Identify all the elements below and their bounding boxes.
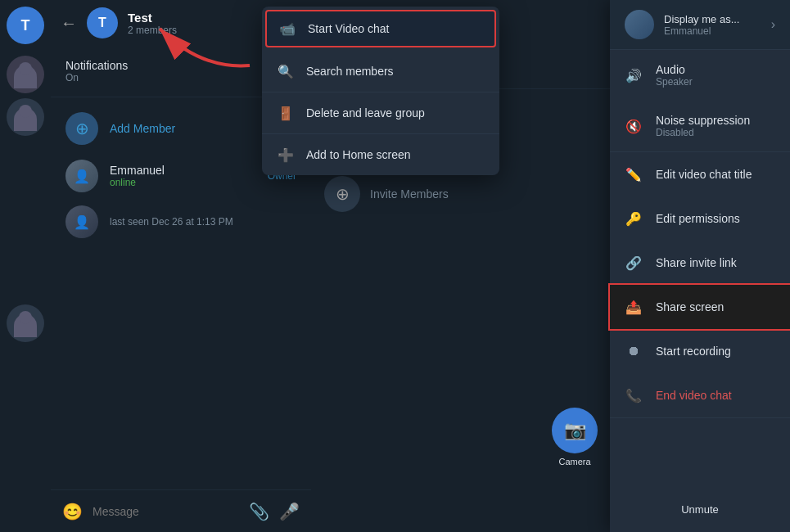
- ctx-invite-label: Share invite link: [656, 256, 737, 269]
- member-info-1: Emmanuel online: [110, 164, 256, 188]
- dropdown-item-video-chat[interactable]: 📹 Start Video chat: [265, 10, 496, 47]
- ctx-item-end-video[interactable]: 📞 End video chat: [610, 373, 790, 417]
- ctx-item-edit-title[interactable]: ✏️ Edit video chat title: [610, 152, 790, 196]
- sidebar: T: [0, 0, 51, 532]
- camera-label: Camera: [558, 457, 590, 467]
- record-icon: ⏺: [625, 342, 643, 360]
- member-row-2: 👤 last seen Dec 26 at 1:13 PM: [51, 199, 311, 245]
- member-avatar-1: 👤: [65, 160, 98, 192]
- ctx-item-share-screen[interactable]: 📤 Share screen: [610, 285, 790, 329]
- ctx-item-record[interactable]: ⏺ Start recording: [610, 329, 790, 373]
- sidebar-avatar-1[interactable]: [7, 56, 44, 93]
- member-name-1: Emmanuel: [110, 164, 256, 177]
- group-subtitle: 2 members: [128, 25, 275, 36]
- ctx-share-screen-label: Share screen: [656, 300, 724, 313]
- ctx-item-audio[interactable]: 🔊 Audio Speaker: [610, 50, 790, 101]
- invite-icon: ⊕: [324, 176, 360, 212]
- ctx-noise-sub: Disabled: [656, 127, 750, 138]
- share-screen-icon: 📤: [625, 298, 643, 316]
- camera-area: 📷 Camera: [552, 408, 598, 467]
- display-title: Display me as...: [664, 13, 761, 25]
- dropdown-item-search[interactable]: 🔍 Search members: [262, 51, 499, 92]
- member-info-2: last seen Dec 26 at 1:13 PM: [110, 216, 296, 228]
- leave-group-icon: 🚪: [277, 104, 295, 122]
- ctx-divider-bottom: [610, 417, 790, 418]
- ctx-edit-title-label: Edit video chat title: [656, 168, 752, 181]
- camera-button[interactable]: 📷: [552, 408, 598, 453]
- member-status-1: online: [110, 177, 256, 188]
- share-link-icon: 🔗: [625, 254, 643, 272]
- group-info: Test 2 members: [128, 11, 275, 36]
- attach-button[interactable]: 📎: [249, 502, 269, 521]
- dropdown-menu: 📹 Start Video chat 🔍 Search members 🚪 De…: [262, 7, 499, 175]
- audio-icon: 🔊: [625, 66, 643, 84]
- dropdown-leave-label: Delete and leave group: [306, 106, 425, 119]
- emoji-button[interactable]: 😊: [62, 502, 83, 521]
- add-member-icon: ⊕: [65, 112, 98, 145]
- dropdown-search-label: Search members: [306, 65, 394, 78]
- display-chevron-icon: ›: [771, 17, 775, 32]
- message-bar: 😊 📎 🎤: [51, 489, 311, 532]
- add-member-label: Add Member: [110, 122, 175, 135]
- invite-label: Invite Members: [370, 187, 449, 201]
- dropdown-video-chat-label: Start Video chat: [308, 22, 389, 35]
- ctx-edit-perms-label: Edit permissions: [656, 212, 740, 225]
- ctx-end-video-label: End video chat: [656, 389, 732, 402]
- video-chat-icon: 📹: [278, 20, 296, 38]
- display-info: Display me as... Emmanuel: [664, 13, 761, 37]
- dropdown-item-home[interactable]: ➕ Add to Home screen: [262, 134, 499, 175]
- display-name: Emmanuel: [664, 25, 761, 37]
- unmute-area: Unmute: [610, 495, 790, 524]
- member-status-2: last seen Dec 26 at 1:13 PM: [110, 216, 296, 228]
- ctx-noise-label: Noise suppression: [656, 114, 750, 127]
- ctx-item-noise[interactable]: 🔇 Noise suppression Disabled: [610, 101, 790, 151]
- edit-title-icon: ✏️: [625, 165, 643, 183]
- message-input[interactable]: [93, 505, 239, 518]
- sidebar-avatar-3[interactable]: [7, 304, 44, 342]
- search-members-icon: 🔍: [277, 62, 295, 80]
- ctx-item-edit-perms[interactable]: 🔑 Edit permissions: [610, 196, 790, 241]
- display-me-box[interactable]: Display me as... Emmanuel ›: [610, 0, 790, 49]
- notifications-label: Notifications: [65, 59, 128, 72]
- back-button[interactable]: ←: [61, 14, 77, 33]
- sidebar-avatar-t[interactable]: T: [7, 7, 44, 44]
- group-title: Test: [128, 11, 275, 25]
- right-context-menu: Display me as... Emmanuel › 🔊 Audio Spea…: [610, 0, 790, 532]
- dropdown-home-label: Add to Home screen: [306, 148, 411, 161]
- ctx-audio-sub: Speaker: [656, 76, 693, 88]
- mic-button[interactable]: 🎤: [279, 502, 300, 521]
- display-avatar: [625, 10, 654, 39]
- end-video-icon: 📞: [625, 386, 643, 404]
- ctx-item-invite[interactable]: 🔗 Share invite link: [610, 241, 790, 285]
- ctx-record-label: Start recording: [656, 345, 731, 358]
- ctx-audio-label: Audio: [656, 63, 685, 76]
- edit-perms-icon: 🔑: [625, 210, 643, 228]
- sidebar-avatar-2[interactable]: [7, 98, 44, 136]
- group-avatar: T: [87, 7, 118, 38]
- home-screen-icon: ➕: [277, 146, 295, 164]
- member-avatar-2: 👤: [65, 205, 98, 238]
- noise-icon: 🔇: [625, 117, 643, 135]
- dropdown-item-leave[interactable]: 🚪 Delete and leave group: [262, 92, 499, 133]
- notifications-sub: On: [65, 72, 128, 83]
- unmute-label: Unmute: [625, 503, 775, 516]
